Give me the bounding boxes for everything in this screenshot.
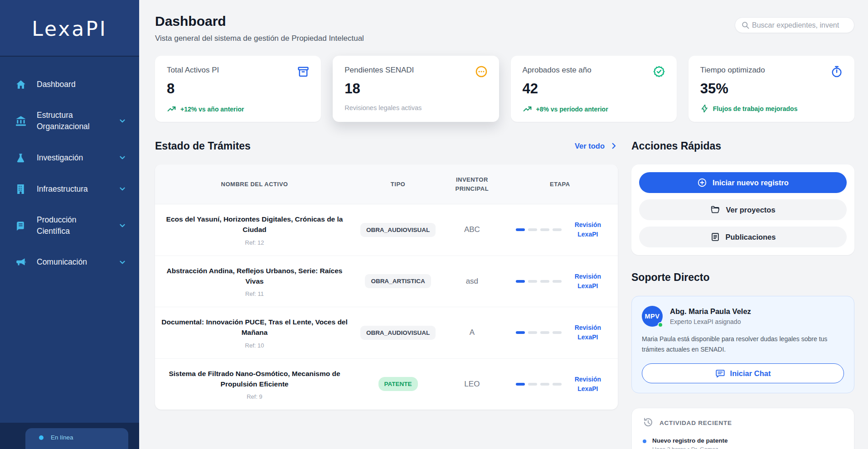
asset-name: Ecos del Yasuní, Horizontes Digitales, C… — [160, 214, 349, 235]
progress-bar — [516, 383, 562, 386]
support-name: Abg. Maria Paula Velez — [670, 307, 751, 316]
app-window: LexaPI Dashboard Estructura Organizacion… — [0, 0, 868, 449]
column-header-etapa: ETAPA — [502, 164, 618, 204]
table-row[interactable]: Documental: Innovación PUCE, Tras el Len… — [155, 307, 618, 359]
view-projects-button[interactable]: Ver proyectos — [639, 199, 847, 220]
stage-label[interactable]: Revisión LexaPI — [572, 375, 604, 394]
chevron-down-icon — [118, 185, 126, 193]
sidebar-item-dashboard[interactable]: Dashboard — [14, 76, 127, 93]
stat-card-total-activos[interactable]: Total Activos PI 8 +12% vs año anterior — [155, 56, 321, 122]
stat-label: Total Activos PI — [167, 66, 309, 75]
sidebar-item-investigacion[interactable]: Investigación — [14, 149, 127, 167]
publications-button[interactable]: Publicaciones — [639, 227, 847, 247]
asset-name: Abstracción Andina, Reflejos Urbanos, Se… — [160, 266, 349, 287]
sidebar-item-label: Comunicación — [37, 256, 87, 268]
bolt-icon — [700, 104, 709, 113]
sidebar-item-estructura-organizacional[interactable]: Estructura Organizacional — [14, 107, 127, 135]
quick-actions-card: Iniciar nuevo registro Ver proyectos Pub… — [631, 164, 854, 255]
avatar: MPV — [642, 306, 663, 327]
type-badge: PATENTE — [378, 377, 418, 391]
stats-row: Total Activos PI 8 +12% vs año anterior … — [155, 56, 854, 122]
type-badge: OBRA_AUDIOVISUAL — [360, 223, 436, 237]
sidebar-item-produccion-cientifica[interactable]: Producción Científica — [14, 212, 127, 240]
asset-ref: Ref: 10 — [160, 342, 349, 349]
stat-trend: Flujos de trabajo mejorados — [700, 104, 843, 113]
search-input[interactable] — [752, 21, 848, 29]
stat-label: Pendientes SENADI — [344, 66, 487, 75]
tramites-table: NOMBRE DEL ACTIVO TIPO INVENTOR PRINCIPA… — [155, 164, 618, 410]
document-icon — [710, 232, 720, 242]
chevron-down-icon — [118, 154, 126, 162]
activity-title: ACTIVIDAD RECIENTE — [659, 420, 732, 426]
type-badge: OBRA_ARTISTICA — [365, 274, 431, 288]
online-dot-icon — [39, 435, 44, 440]
sidebar-item-label: Dashboard — [37, 79, 76, 90]
main-content: Dashboard Vista general del sistema de g… — [139, 0, 868, 449]
home-icon — [15, 78, 27, 91]
asset-ref: Ref: 12 — [160, 239, 349, 246]
stage-cell: Revisión LexaPI — [508, 323, 612, 342]
stat-subtext: Revisiones legales activas — [344, 104, 487, 111]
chevron-down-icon — [118, 117, 126, 125]
page-subtitle: Vista general del sistema de gestión de … — [155, 34, 364, 43]
plus-circle-icon — [697, 178, 707, 188]
start-chat-button[interactable]: Iniciar Chat — [642, 363, 844, 383]
content-columns: Estado de Trámites Ver todo NOMBRE DEL A… — [155, 138, 854, 449]
stat-trend: +12% vs año anterior — [167, 104, 309, 114]
trend-up-icon — [167, 104, 176, 114]
stage-cell: Revisión LexaPI — [508, 375, 612, 394]
stat-card-pendientes-senadi[interactable]: Pendientes SENADI 18 Revisiones legales … — [333, 56, 499, 122]
archive-icon — [296, 65, 310, 78]
stat-card-tiempo-optimizado[interactable]: Tiempo optimizado 35% Flujos de trabajo … — [689, 56, 854, 122]
badge-check-icon — [652, 65, 666, 78]
new-registration-button[interactable]: Iniciar nuevo registro — [639, 172, 847, 193]
sidebar-footer: En línea — [0, 423, 139, 449]
support-description: Maria Paula está disponible para resolve… — [642, 334, 844, 355]
sidebar-item-label: Investigación — [37, 152, 83, 164]
stat-value: 42 — [523, 81, 665, 97]
activity-dot-icon — [643, 439, 646, 443]
sidebar-item-label: Estructura Organizacional — [37, 110, 108, 133]
page-title: Dashboard — [155, 14, 364, 29]
sidebar: LexaPI Dashboard Estructura Organizacion… — [0, 0, 139, 449]
progress-bar — [516, 280, 562, 283]
search-icon — [741, 21, 750, 29]
progress-bar — [516, 331, 562, 334]
stat-value: 8 — [167, 81, 309, 97]
stage-label[interactable]: Revisión LexaPI — [572, 220, 604, 239]
column-header-nombre: NOMBRE DEL ACTIVO — [155, 164, 354, 204]
topbar: Dashboard Vista general del sistema de g… — [155, 14, 854, 43]
avatar-online-dot — [658, 322, 663, 328]
inventor-name: asd — [466, 277, 478, 285]
stage-label[interactable]: Revisión LexaPI — [572, 323, 604, 342]
tramites-table-card: NOMBRE DEL ACTIVO TIPO INVENTOR PRINCIPA… — [155, 164, 618, 410]
stage-label[interactable]: Revisión LexaPI — [572, 272, 604, 291]
stat-card-aprobados[interactable]: Aprobados este año 42 +8% vs período ant… — [511, 56, 677, 122]
sidebar-item-label: Infraestructura — [37, 183, 88, 195]
activity-item[interactable]: Nuevo registro de patente Hace 2 horas •… — [643, 437, 843, 449]
table-header-row: NOMBRE DEL ACTIVO TIPO INVENTOR PRINCIPA… — [155, 164, 618, 204]
chevron-down-icon — [118, 222, 126, 230]
sidebar-item-label: Producción Científica — [37, 214, 108, 237]
recent-activity-card: ACTIVIDAD RECIENTE Nuevo registro de pat… — [631, 408, 854, 449]
stat-trend: +8% vs período anterior — [523, 104, 665, 114]
search-box[interactable] — [735, 17, 854, 33]
support-role: Experto LexaPI asignado — [670, 318, 751, 325]
book-icon — [15, 220, 27, 232]
sidebar-item-infraestructura[interactable]: Infraestructura — [14, 180, 127, 198]
column-header-tipo: TIPO — [354, 164, 442, 204]
support-person: MPV Abg. Maria Paula Velez Experto LexaP… — [642, 306, 844, 327]
section-title-acciones: Acciones Rápidas — [631, 140, 721, 152]
stat-value: 35% — [700, 81, 843, 97]
online-status: En línea — [25, 428, 128, 449]
table-row[interactable]: Sistema de Filtrado Nano-Osmótico, Mecan… — [155, 358, 618, 410]
stat-label: Tiempo optimizado — [700, 66, 843, 75]
inventor-name: ABC — [464, 225, 480, 234]
sidebar-nav: Dashboard Estructura Organizacional Inve… — [0, 57, 139, 276]
asset-ref: Ref: 11 — [160, 290, 349, 297]
sidebar-item-comunicacion[interactable]: Comunicación — [14, 254, 127, 271]
view-all-link[interactable]: Ver todo — [575, 142, 618, 150]
online-status-label: En línea — [51, 434, 73, 441]
table-row[interactable]: Abstracción Andina, Reflejos Urbanos, Se… — [155, 256, 618, 307]
table-row[interactable]: Ecos del Yasuní, Horizontes Digitales, C… — [155, 204, 618, 256]
